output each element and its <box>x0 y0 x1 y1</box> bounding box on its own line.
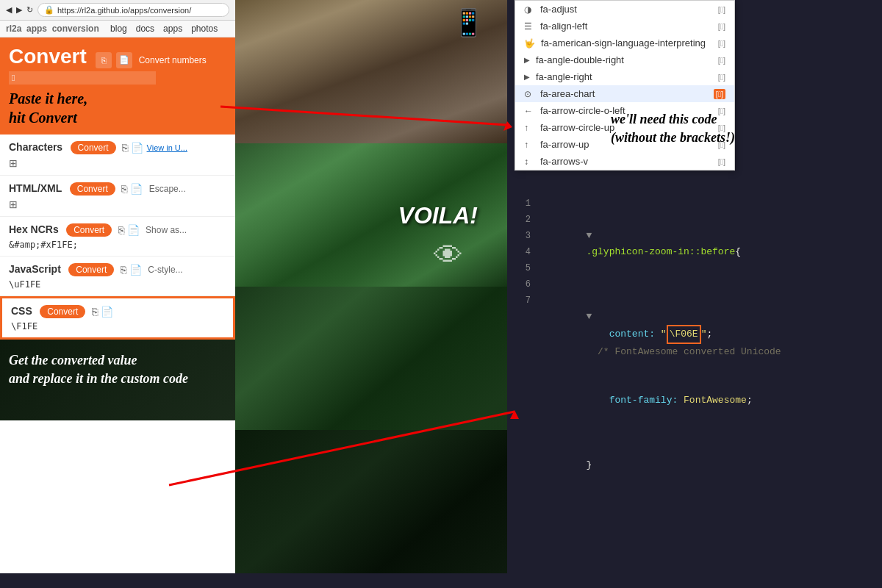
handwritten-hint: Paste it here, hit Convert <box>9 89 226 127</box>
file-icon-btn[interactable]: 📄 <box>116 52 132 68</box>
fa-arrow-circle-o-icon: ← <box>524 106 534 116</box>
dropdown-item-fa-align[interactable]: ☰ fa-align-left [] <box>515 18 734 35</box>
code-content-val: "\F06E" <box>661 329 707 340</box>
code-comment: /* FontAwesome converted Unicode <box>586 346 781 357</box>
expand-arrow-1: ▶ <box>524 56 530 64</box>
characters-file-btn[interactable]: 📄 <box>131 142 143 154</box>
fa-area-icon: ⊙ <box>524 89 534 99</box>
css-copy-btn[interactable]: ⎘ <box>92 306 98 318</box>
code-line-4: ▼ content: "\F06E"; /* FontAwesome conve… <box>540 293 781 376</box>
htmlxml-grid-icon: ⊞ <box>9 198 226 210</box>
fa-arrows-v-code: [] <box>718 157 725 166</box>
dropdown-item-fa-angle-dbl[interactable]: ▶ fa-angle-double-right [] <box>515 51 734 68</box>
js-icons: ⎘ 📄 <box>121 264 142 276</box>
forward-icon[interactable]: ▶ <box>16 5 22 15</box>
dropdown-item-fa-angle-right[interactable]: ▶ fa-angle-right [] <box>515 68 734 85</box>
htmlxml-convert-btn[interactable]: Convert <box>70 182 115 196</box>
js-section: JavaScript Convert ⎘ 📄 C-style... \uF1FE <box>0 257 235 296</box>
hex-copy-btn[interactable]: ⎘ <box>118 224 124 236</box>
htmlxml-file-btn[interactable]: 📄 <box>130 183 143 195</box>
line-num-1: 1 <box>514 196 537 212</box>
annotation-box: we'll need this code (without the bracke… <box>611 110 735 147</box>
css-label: CSS <box>11 305 32 317</box>
bg-image-mid2 <box>235 287 507 430</box>
expand-arrow-2: ▶ <box>524 73 530 81</box>
htmlxml-extra: Escape... <box>149 184 186 194</box>
dropdown-item-fa-adjust[interactable]: ◑ fa-adjust [] <box>515 1 734 18</box>
fa-adjust-text: fa-adjust <box>540 4 712 15</box>
fa-align-text: fa-align-left <box>540 21 712 32</box>
css-convert-btn[interactable]: Convert <box>40 305 85 318</box>
voila-text: VOILA! <box>398 201 478 229</box>
js-convert-btn[interactable]: Convert <box>68 263 114 276</box>
css-file-btn[interactable]: 📄 <box>101 306 113 318</box>
nav-blog[interactable]: blog <box>110 24 127 34</box>
js-file-btn[interactable]: 📄 <box>129 264 142 276</box>
characters-copy-btn[interactable]: ⎘ <box>122 142 128 154</box>
nav-docs[interactable]: docs <box>136 24 154 34</box>
characters-section: Characters Convert ⎘ 📄 View in U... ⊞ <box>0 135 235 176</box>
back-icon[interactable]: ◀ <box>6 5 12 15</box>
code-line-7: } <box>540 441 781 490</box>
nav-photos[interactable]: photos <box>191 24 218 34</box>
fa-area-code: [] <box>714 89 725 99</box>
eye-icon: 👁 <box>434 239 463 272</box>
code-line-5: font-family: FontAwesome; <box>540 376 781 425</box>
code-value-highlight: \F06E <box>667 325 701 344</box>
line-num-3: 3 <box>514 228 537 244</box>
line-num-4: 4 <box>514 244 537 260</box>
hex-extra: Show as... <box>146 225 187 235</box>
code-content: ▼ .glyphicon-zoom-in::before{ ▼ content:… <box>540 191 781 573</box>
browser-chrome: ◀ ▶ ↻ 🔒 https://rl2a.github.io/apps/conv… <box>0 0 235 21</box>
code-editor: 1 2 3 4 5 6 7 ▼ .glyphicon-zoom-in::befo… <box>514 191 882 573</box>
fa-area-text: fa-area-chart <box>540 88 708 99</box>
code-line-6 <box>540 425 781 441</box>
line-num-6: 6 <box>514 276 537 293</box>
smartphone-icon: 📱 <box>452 7 485 38</box>
dropdown-item-fa-asl[interactable]: 🤟 fa-american-sign-language-interpreting… <box>515 35 734 51</box>
fa-asl-text: fa-american-sign-language-interpreting <box>541 37 712 49</box>
characters-grid-icon: ⊞ <box>9 157 226 169</box>
dropdown-item-fa-area[interactable]: ⊙ fa-area-chart [] <box>515 85 734 102</box>
bg-image-mid1: VOILA! 👁 <box>235 143 507 287</box>
hex-label: Hex NCRs <box>9 223 59 235</box>
js-extra: C-style... <box>148 265 182 275</box>
fa-align-code: [] <box>718 22 725 31</box>
bg-image-bot <box>235 430 507 573</box>
fa-align-icon: ☰ <box>524 21 534 32</box>
line-num-2: 2 <box>514 212 537 228</box>
hex-section: Hex NCRs Convert ⎘ 📄 Show as... &#amp;#x… <box>0 217 235 257</box>
fa-arrows-v-icon: ↕ <box>524 157 534 167</box>
characters-icons: ⎘ 📄 <box>122 142 143 154</box>
js-copy-btn[interactable]: ⎘ <box>121 264 126 276</box>
lock-icon: 🔒 <box>44 5 54 15</box>
js-value: \uF1FE <box>9 279 226 290</box>
fa-adjust-code: [] <box>718 5 725 14</box>
css-value: \F1FE <box>11 321 224 331</box>
htmlxml-copy-btn[interactable]: ⎘ <box>121 183 127 195</box>
nav-bar: rl2a apps conversion blog docs apps phot… <box>0 21 235 37</box>
url-bar[interactable]: 🔒 https://rl2a.github.io/apps/conversion… <box>37 3 229 17</box>
characters-convert-btn[interactable]: Convert <box>71 141 116 154</box>
hex-value: &#amp;#xF1FE; <box>9 240 226 250</box>
line-num-7: 7 <box>514 293 537 309</box>
fa-angle-right-code: [] <box>718 73 725 82</box>
convert-title: Convert <box>9 45 87 68</box>
conversion-panel: ◀ ▶ ↻ 🔒 https://rl2a.github.io/apps/conv… <box>0 0 235 573</box>
code-line-3 <box>540 276 781 293</box>
dropdown-item-fa-arrows-v[interactable]: ↕ fa-arrows-v [] <box>515 153 734 170</box>
convert-input[interactable] <box>9 71 156 85</box>
fa-angle-dbl-text: fa-angle-double-right <box>536 54 712 65</box>
hex-file-btn[interactable]: 📄 <box>127 224 140 236</box>
copy-icon-btn[interactable]: ⎘ <box>96 52 112 68</box>
convert-desc: Convert numbers <box>139 55 207 65</box>
line-num-5: 5 <box>514 260 537 276</box>
view-in-link[interactable]: View in U... <box>147 143 187 152</box>
header-icons: ⎘ 📄 <box>96 52 132 68</box>
reload-icon[interactable]: ↻ <box>26 5 33 15</box>
htmlxml-label: HTML/XML <box>9 182 62 194</box>
fa-arrow-up-icon: ↑ <box>524 140 534 150</box>
hex-convert-btn[interactable]: Convert <box>66 223 112 237</box>
nav-apps[interactable]: apps <box>163 24 182 34</box>
code-line-1 <box>540 196 781 212</box>
